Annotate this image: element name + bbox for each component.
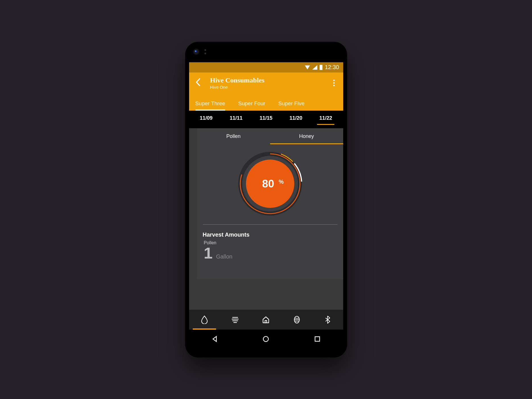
bottom-nav: [189, 310, 343, 330]
battery-icon: [320, 65, 322, 70]
bluetooth-icon: [325, 315, 330, 324]
wifi-icon: [305, 65, 310, 69]
nav-home[interactable]: [251, 310, 281, 330]
tab-pollen[interactable]: Pollen: [197, 128, 270, 144]
harvest-unit: Gallon: [216, 253, 233, 260]
back-button[interactable]: [195, 77, 204, 89]
nav-bluetooth[interactable]: [312, 310, 343, 330]
app-header: Hive Consumables Hive One Super Three Su…: [189, 73, 343, 111]
svg-rect-9: [265, 321, 267, 323]
gauge-percent: 80: [262, 178, 274, 190]
screen: 12:30 Hive Consumables Hive One Sup: [189, 62, 343, 330]
overflow-menu-button[interactable]: [331, 77, 337, 88]
clock: 12:30: [325, 64, 339, 71]
svg-rect-15: [315, 337, 320, 341]
date-11-22[interactable]: 11/22: [317, 114, 334, 125]
front-camera: [193, 49, 199, 55]
sensors: [204, 49, 206, 54]
gauge: 80 %: [197, 144, 343, 224]
phone-notch: [248, 42, 285, 49]
date-11-09[interactable]: 11/09: [198, 114, 215, 125]
tab-super-four[interactable]: Super Four: [238, 100, 265, 111]
divider: [203, 224, 338, 225]
tab-super-five[interactable]: Super Five: [278, 100, 305, 111]
home-icon: [262, 316, 270, 324]
tab-honey[interactable]: Honey: [270, 128, 343, 144]
lines-icon: [231, 316, 239, 323]
harvest-title: Harvest Amounts: [203, 231, 338, 238]
harvest-value-row: 1 Gallon: [204, 244, 336, 262]
android-recent[interactable]: [313, 335, 322, 343]
status-bar: 12:30: [189, 62, 343, 73]
drop-icon: [201, 315, 208, 324]
date-tabs: 11/09 11/11 11/15 11/20 11/22: [189, 111, 343, 128]
android-home[interactable]: [262, 335, 270, 343]
nav-hive[interactable]: [281, 310, 312, 330]
date-11-20[interactable]: 11/20: [287, 114, 305, 125]
consumable-tabs: Pollen Honey: [197, 128, 343, 144]
tab-super-three[interactable]: Super Three: [195, 100, 225, 111]
svg-point-14: [263, 336, 268, 342]
gauge-percent-sign: %: [279, 179, 284, 185]
phone-frame: 12:30 Hive Consumables Hive One Sup: [185, 42, 347, 357]
date-11-11[interactable]: 11/11: [227, 114, 245, 125]
android-nav-bar: [189, 330, 343, 348]
hive-icon: [293, 316, 300, 324]
page-subtitle: Hive One: [210, 85, 264, 90]
super-tabs: Super Three Super Four Super Five: [189, 91, 343, 111]
harvest-value: 1: [204, 244, 213, 262]
page-title: Hive Consumables: [210, 77, 264, 84]
content-card: Pollen Honey 80 % Harvest Amounts Pollen: [197, 128, 343, 279]
nav-drop[interactable]: [189, 310, 220, 330]
gauge-svg: 80 %: [237, 151, 303, 216]
date-11-15[interactable]: 11/15: [257, 114, 275, 125]
nav-lines[interactable]: [220, 310, 251, 330]
signal-icon: [312, 65, 317, 70]
android-back[interactable]: [210, 335, 219, 343]
